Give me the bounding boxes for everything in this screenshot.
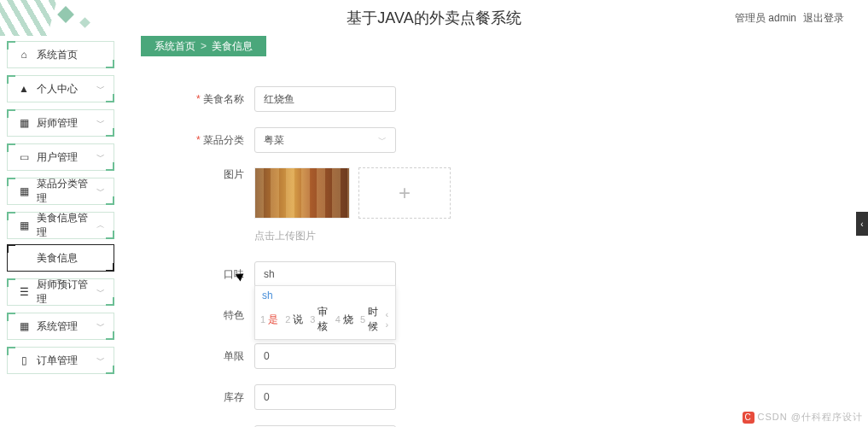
sidebar-item-9[interactable]: ▯订单管理﹀ [7, 347, 114, 374]
csdn-logo-icon: C [743, 412, 754, 424]
ime-num: 2 [285, 314, 290, 325]
sidebar-item-6[interactable]: 美食信息 [7, 244, 114, 272]
plus-icon: + [399, 181, 411, 205]
chevron-down-icon: ﹀ [378, 134, 387, 146]
sidebar-item-8[interactable]: ▦系统管理﹀ [7, 313, 114, 340]
menu-icon: ▦ [18, 320, 30, 332]
menu-label: 个人中心 [37, 82, 96, 97]
ime-pager[interactable]: ‹ › [386, 309, 390, 330]
menu-label: 系统管理 [37, 319, 96, 334]
label-category: 菜品分类 [196, 133, 244, 148]
app-title: 基于JAVA的外卖点餐系统 [347, 8, 521, 28]
menu-icon: ▦ [18, 185, 30, 197]
watermark: CCSDN @什科程序设计 [743, 411, 863, 424]
menu-label: 菜品分类管理 [37, 177, 96, 206]
sidebar: ⌂系统首页▲个人中心﹀▦厨师管理﹀▭用户管理﹀▦菜品分类管理﹀▦美食信息管理︿美… [0, 36, 119, 386]
menu-label: 订单管理 [37, 354, 96, 368]
topbar: 基于JAVA的外卖点餐系统 管理员 admin 退出登录 [0, 0, 868, 36]
input-limit[interactable] [254, 343, 396, 369]
ime-num: 1 [260, 314, 265, 325]
menu-icon: ▲ [18, 83, 30, 95]
menu-icon: ⌂ [18, 49, 30, 61]
label-name: 美食名称 [196, 92, 244, 107]
ime-candidate[interactable]: 烧 [343, 313, 353, 327]
sidebar-item-7[interactable]: ☰厨师预订管理﹀ [7, 278, 114, 306]
chevron-icon: ﹀ [96, 151, 105, 163]
menu-label: 美食信息管理 [37, 211, 96, 240]
sidebar-item-3[interactable]: ▭用户管理﹀ [7, 143, 114, 171]
sidebar-item-5[interactable]: ▦美食信息管理︿ [7, 212, 114, 239]
label-feature: 特色 [196, 308, 244, 323]
label-image: 图片 [196, 167, 244, 182]
breadcrumb: 系统首页 > 美食信息 [141, 36, 266, 56]
ime-candidate[interactable]: 审核 [317, 305, 328, 334]
ime-num: 3 [310, 314, 315, 325]
crumb-home[interactable]: 系统首页 [154, 39, 195, 54]
collapse-handle[interactable]: ‹ [856, 212, 868, 236]
menu-icon: ▦ [18, 219, 30, 231]
select-category[interactable]: 粤菜 ﹀ [254, 127, 396, 153]
ime-num: 4 [335, 314, 341, 325]
chevron-icon: ﹀ [96, 185, 105, 197]
sidebar-item-0[interactable]: ⌂系统首页 [7, 41, 114, 68]
current-user[interactable]: 管理员 admin [735, 11, 796, 26]
label-limit: 单限 [196, 349, 244, 364]
menu-icon: ☰ [18, 286, 30, 298]
ime-num: 5 [360, 314, 365, 325]
menu-label: 厨师预订管理 [37, 278, 96, 307]
sidebar-item-1[interactable]: ▲个人中心﹀ [7, 75, 114, 102]
input-taste[interactable] [254, 261, 396, 287]
food-image-thumb[interactable] [254, 167, 350, 219]
chevron-icon: ﹀ [96, 286, 105, 298]
menu-label: 美食信息 [37, 251, 105, 266]
menu-label: 厨师管理 [37, 116, 96, 131]
menu-label: 系统首页 [37, 48, 105, 62]
upload-tip[interactable]: 点击上传图片 [254, 229, 794, 243]
ime-candidate[interactable]: 说 [293, 313, 303, 327]
chevron-icon: ﹀ [96, 320, 105, 332]
logout-link[interactable]: 退出登录 [803, 11, 844, 26]
label-stock: 库存 [196, 390, 244, 405]
ime-popup[interactable]: sh 1是2说3审核4烧5时候‹ › [254, 285, 396, 340]
sidebar-item-2[interactable]: ▦厨师管理﹀ [7, 109, 114, 137]
label-taste: 口味 [196, 267, 244, 282]
chevron-icon: ﹀ [96, 117, 105, 129]
crumb-current: 美食信息 [212, 39, 253, 54]
food-form: 美食名称 菜品分类 粤菜 ﹀ 图片 + 点击上传图片 口味 sh 1是2说3审核… [196, 85, 794, 427]
select-category-value: 粤菜 [264, 133, 284, 148]
menu-icon: ▯ [18, 354, 30, 366]
chevron-left-icon: ‹ [860, 219, 863, 229]
chevron-icon: ﹀ [96, 83, 105, 95]
sidebar-item-4[interactable]: ▦菜品分类管理﹀ [7, 178, 114, 205]
input-name[interactable] [254, 86, 396, 112]
ime-candidate[interactable]: 是 [268, 313, 278, 327]
input-stock[interactable] [254, 384, 396, 410]
chevron-icon: ︿ [96, 219, 105, 231]
crumb-sep: > [201, 40, 207, 52]
chevron-icon: ﹀ [96, 354, 105, 366]
ime-candidate[interactable]: 时候 [368, 305, 378, 334]
ime-input: sh [260, 288, 390, 303]
menu-label: 用户管理 [37, 150, 96, 165]
add-image-button[interactable]: + [358, 167, 451, 219]
menu-icon: ▦ [18, 117, 30, 129]
menu-icon: ▭ [18, 151, 30, 163]
